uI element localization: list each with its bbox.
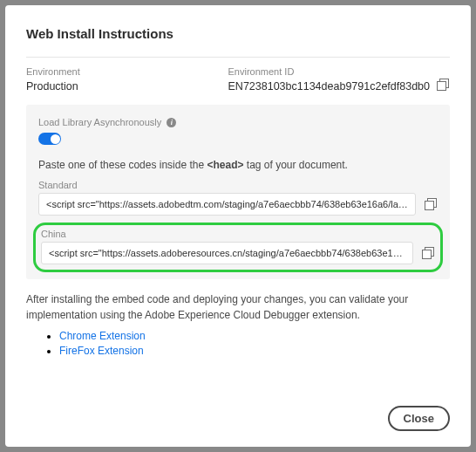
china-code-row: <script src="https://assets.adoberesourc… [41, 242, 435, 264]
info-icon[interactable]: i [167, 118, 176, 127]
environment-label: Environment [26, 66, 228, 77]
environment-value: Production [26, 80, 228, 92]
china-highlight: China <script src="https://assets.adober… [33, 223, 443, 272]
close-button[interactable]: Close [388, 406, 450, 431]
standard-code-box[interactable]: <script src="https://assets.adobedtm.com… [38, 193, 416, 216]
environment-id-value: EN7238103bc1134deab9791c2efdf83db0 [228, 80, 430, 92]
install-instructions-dialog: Web Install Instructions Environment Pro… [5, 5, 471, 447]
china-code-box[interactable]: <script src="https://assets.adoberesourc… [41, 242, 413, 264]
chrome-extension-link[interactable]: Chrome Extension [59, 330, 146, 342]
environment-id-label: Environment ID [228, 66, 430, 77]
paste-tag: <head> [207, 159, 243, 171]
paste-post: tag of your document. [244, 159, 348, 171]
environment-row: Environment Production Environment ID EN… [26, 57, 450, 92]
copy-env-id-icon[interactable] [437, 79, 450, 92]
environment-id-col: Environment ID EN7238103bc1134deab9791c2… [228, 66, 450, 92]
environment-name-col: Environment Production [26, 66, 228, 92]
firefox-extension-link[interactable]: FireFox Extension [59, 345, 144, 357]
copy-standard-icon[interactable] [425, 198, 438, 211]
async-row: Load Library Asynchronously i [38, 117, 438, 127]
china-label: China [41, 229, 435, 239]
async-label: Load Library Asynchronously [38, 117, 161, 127]
list-item: Chrome Extension [59, 330, 450, 342]
standard-label: Standard [38, 180, 438, 190]
after-install-text: After installing the embed code and depl… [26, 291, 450, 323]
paste-pre: Paste one of these codes inside the [38, 159, 207, 171]
standard-code-row: <script src="https://assets.adobedtm.com… [38, 193, 438, 216]
dialog-footer: Close [26, 406, 450, 431]
embed-code-panel: Load Library Asynchronously i Paste one … [26, 105, 450, 279]
extension-list: Chrome Extension FireFox Extension [26, 330, 450, 360]
list-item: FireFox Extension [59, 345, 450, 357]
paste-instruction: Paste one of these codes inside the <hea… [38, 159, 438, 171]
copy-china-icon[interactable] [422, 247, 435, 260]
async-toggle[interactable] [38, 133, 61, 145]
dialog-title: Web Install Instructions [26, 26, 450, 41]
